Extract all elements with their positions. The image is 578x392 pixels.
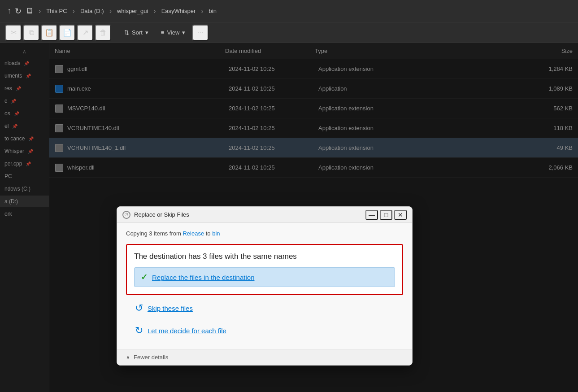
view-button[interactable]: ≡ View ▾: [156, 26, 191, 39]
skip-icon: ↺: [135, 303, 143, 313]
delete-button[interactable]: 🗑: [95, 25, 111, 41]
more-button[interactable]: ···: [192, 25, 209, 41]
fewer-details-label: Fewer details: [134, 354, 168, 361]
dialog-title: Replace or Skip Files: [134, 211, 362, 218]
dialog-body: Copying 3 items from Release to bin The …: [117, 223, 412, 349]
sort-chevron-icon: ▾: [145, 29, 148, 36]
sep-3: ›: [109, 7, 112, 15]
replace-option[interactable]: ✓ Replace the files in the destination: [134, 267, 395, 287]
breadcrumb-data[interactable]: Data (D:): [80, 8, 104, 14]
paste-button[interactable]: 📋: [41, 25, 57, 41]
subtitle-prefix: Copying 3 items from: [126, 230, 183, 237]
decide-option-label: Let me decide for each file: [148, 327, 226, 335]
refresh-button[interactable]: ↻: [15, 6, 22, 16]
subtitle-middle: to: [204, 230, 212, 237]
computer-icon: 🖥: [25, 6, 33, 16]
chevron-up-icon: ∧: [126, 354, 130, 361]
sort-button[interactable]: ⇅ Sort ▾: [119, 26, 154, 39]
decide-icon: ↻: [135, 326, 143, 335]
dialog-minimize-button[interactable]: —: [365, 210, 378, 220]
dialog-maximize-button[interactable]: □: [380, 210, 392, 220]
sort-label: Sort: [132, 29, 143, 36]
view-label: View: [167, 29, 179, 36]
sep-2: ›: [73, 7, 75, 15]
view-chevron-icon: ▾: [182, 29, 185, 36]
dialog-footer[interactable]: ∧ Fewer details: [117, 349, 412, 365]
skip-option[interactable]: ↺ Skip these files: [126, 297, 403, 319]
sep-4: ›: [153, 7, 156, 15]
decide-option[interactable]: ↻ Let me decide for each file: [126, 319, 403, 342]
sort-icon: ⇅: [124, 29, 129, 36]
dialog-titlebar: ⏱ Replace or Skip Files — □ ✕: [117, 207, 412, 223]
dialog-subtitle: Copying 3 items from Release to bin: [126, 230, 403, 237]
properties-button[interactable]: 📄: [59, 25, 75, 41]
toolbar-separator: [115, 27, 115, 38]
dialog-close-button[interactable]: ✕: [394, 210, 407, 220]
sep-5: ›: [201, 7, 203, 15]
conflict-title: The destination has 3 files with the sam…: [134, 252, 395, 261]
breadcrumb-bin[interactable]: bin: [209, 8, 217, 14]
breadcrumb-thispc[interactable]: This PC: [46, 8, 67, 14]
breadcrumb-whispergui[interactable]: whisper_gui: [117, 8, 148, 14]
view-icon: ≡: [161, 29, 165, 36]
share-button[interactable]: ↗: [77, 25, 93, 41]
title-bar: ↑ ↻ 🖥 › This PC › Data (D:) › whisper_gu…: [0, 0, 578, 22]
conflict-box: The destination has 3 files with the sam…: [126, 244, 403, 295]
up-button[interactable]: ↑: [7, 6, 11, 16]
toolbar: ✂ ⧉ 📋 📄 ↗ 🗑 ⇅ Sort ▾ ≡ View ▾ ···: [0, 22, 578, 43]
replace-skip-dialog: ⏱ Replace or Skip Files — □ ✕ Copying 3 …: [117, 206, 413, 366]
cut-button[interactable]: ✂: [5, 25, 22, 41]
dialog-title-icon: ⏱: [122, 211, 130, 219]
replace-option-label: Replace the files in the destination: [152, 274, 254, 281]
check-icon: ✓: [141, 272, 148, 282]
sep-1: ›: [39, 7, 41, 15]
breadcrumb-easywhisper[interactable]: EasyWhisper: [161, 8, 196, 14]
dest-link[interactable]: bin: [212, 230, 220, 237]
skip-option-label: Skip these files: [148, 305, 193, 312]
source-link[interactable]: Release: [183, 230, 204, 237]
dialog-controls: — □ ✕: [365, 210, 407, 220]
copy-button[interactable]: ⧉: [23, 25, 39, 41]
